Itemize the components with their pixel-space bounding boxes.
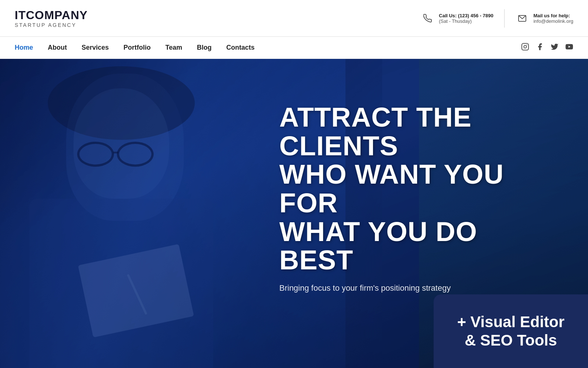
svg-point-2 [524, 45, 526, 48]
nav-item-team[interactable]: Team [165, 44, 182, 52]
mail-icon [516, 12, 529, 25]
hero-headline-line3: WHAT YOU DO BEST [279, 216, 477, 276]
mail-value: info@demolink.org [533, 18, 573, 24]
badge-text: + Visual Editor & SEO Tools [457, 313, 564, 350]
badge-line1: + Visual Editor [457, 313, 564, 330]
facebook-icon[interactable] [536, 43, 544, 53]
logo-subtitle: STARTUP AGENCY [15, 22, 88, 28]
contact-area: Call Us: (123) 456 - 7890 (Sat - Thusday… [421, 9, 573, 28]
hero-content: ATTRACT THE CLIENTS WHO WANT YOU FOR WHA… [279, 103, 559, 293]
phone-sub: (Sat - Thusday) [439, 18, 493, 24]
top-bar: ITCOMPANY STARTUP AGENCY Call Us: (123) … [0, 0, 588, 37]
nav-item-contacts[interactable]: Contacts [226, 44, 255, 52]
social-icons [521, 43, 573, 53]
nav-item-portfolio[interactable]: Portfolio [123, 44, 151, 52]
nav-item-about[interactable]: About [48, 44, 67, 52]
nav-bar: Home About Services Portfolio Team Blog … [0, 37, 588, 59]
phone-contact: Call Us: (123) 456 - 7890 (Sat - Thusday… [421, 12, 493, 25]
logo: ITCOMPANY STARTUP AGENCY [15, 8, 88, 28]
youtube-icon[interactable] [565, 43, 573, 53]
hero-headline-line2: WHO WANT YOU FOR [279, 159, 504, 218]
nav-links: Home About Services Portfolio Team Blog … [15, 44, 255, 52]
svg-point-3 [527, 45, 527, 45]
phone-icon [421, 12, 434, 25]
phone-text: Call Us: (123) 456 - 7890 (Sat - Thusday… [439, 13, 493, 24]
email-text: Mail us for help: info@demolink.org [533, 13, 573, 24]
phone-label: Call Us: (123) 456 - 7890 [439, 13, 493, 18]
hero-section: ATTRACT THE CLIENTS WHO WANT YOU FOR WHA… [0, 59, 588, 368]
badge-line2: & SEO Tools [465, 332, 557, 349]
twitter-icon[interactable] [551, 43, 559, 53]
hero-subtext: Bringing focus to your firm's positionin… [279, 283, 559, 293]
nav-item-services[interactable]: Services [82, 44, 109, 52]
hero-headline: ATTRACT THE CLIENTS WHO WANT YOU FOR WHA… [279, 103, 559, 275]
logo-name: ITCOMPANY [15, 8, 88, 22]
mail-label: Mail us for help: [533, 13, 573, 18]
hero-headline-line1: ATTRACT THE CLIENTS [279, 102, 472, 161]
contact-divider [504, 9, 505, 28]
nav-item-blog[interactable]: Blog [197, 44, 212, 52]
svg-rect-1 [522, 43, 528, 50]
badge-box: + Visual Editor & SEO Tools [434, 294, 588, 368]
instagram-icon[interactable] [521, 43, 529, 53]
nav-item-home[interactable]: Home [15, 44, 33, 52]
email-contact: Mail us for help: info@demolink.org [516, 12, 573, 25]
